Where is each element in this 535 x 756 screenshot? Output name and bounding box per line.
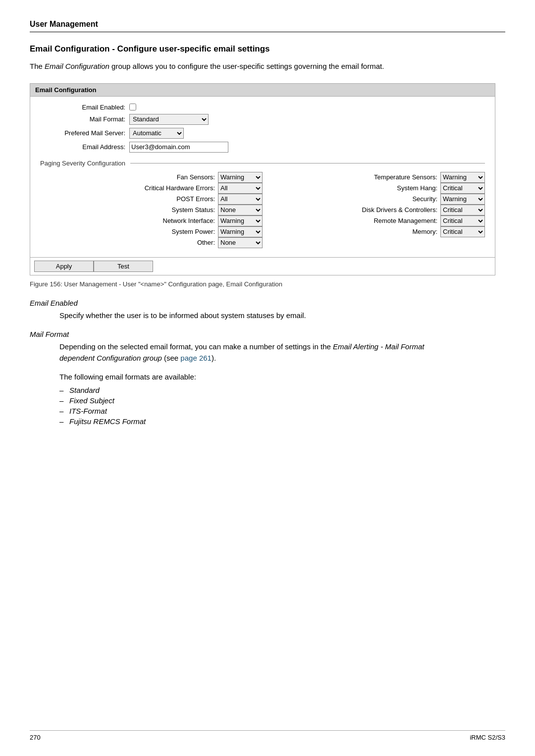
fan-sensors-label: Fan Sensors: — [139, 173, 218, 181]
preferred-mail-server-row: Prefered Mail Server: Automatic — [40, 128, 485, 139]
page-261-link[interactable]: page 261 — [180, 354, 212, 362]
preferred-mail-server-label: Prefered Mail Server: — [40, 129, 129, 137]
mail-format-select[interactable]: Standard Fixed Subject ITS-Format Fujits… — [129, 114, 209, 125]
intro-text-part2: group allows you to configure the user-s… — [109, 62, 384, 70]
post-errors-select[interactable]: AllNoneWarningCritical — [218, 194, 263, 205]
fan-sensors-row: Fan Sensors: WarningNoneAllCritical — [40, 172, 263, 183]
system-status-row: System Status: NoneAllWarningCritical — [40, 205, 263, 216]
apply-button[interactable]: Apply — [34, 261, 94, 272]
post-errors-label: POST Errors: — [139, 195, 218, 203]
post-errors-row: POST Errors: AllNoneWarningCritical — [40, 194, 263, 205]
disk-drivers-row: Disk Drivers & Controllers: CriticalNone… — [263, 205, 485, 216]
mail-format-label: Mail Format: — [40, 115, 129, 123]
intro-text: The Email Configuration group allows you… — [30, 61, 436, 72]
system-hang-row: System Hang: CriticalNoneAllWarning — [263, 183, 485, 194]
paging-divider-line — [130, 163, 485, 163]
page-header: User Management — [30, 20, 505, 32]
format-standard: Standard — [69, 386, 505, 394]
format-list: Standard Fixed Subject ITS-Format Fujits… — [30, 386, 505, 426]
mail-format-section: Mail Format Depending on the selected em… — [30, 330, 446, 364]
system-power-row: System Power: WarningNoneAllCritical — [40, 226, 263, 237]
format-fujitsu-remcs: Fujitsu REMCS Format — [69, 417, 505, 426]
network-interface-label: Network Interface: — [139, 217, 218, 224]
test-button[interactable]: Test — [94, 261, 153, 272]
system-power-label: System Power: — [139, 228, 218, 235]
other-row: Other: NoneAllWarningCritical — [40, 237, 263, 248]
security-label: Security: — [361, 195, 440, 203]
button-row: Apply Test — [30, 257, 495, 275]
email-enabled-checkbox[interactable] — [129, 104, 136, 110]
email-enabled-row: Email Enabled: — [40, 104, 485, 111]
other-select[interactable]: NoneAllWarningCritical — [218, 237, 263, 248]
email-enabled-section-title-text: Email Enabled — [30, 299, 78, 307]
preferred-mail-server-select[interactable]: Automatic — [129, 128, 184, 139]
severity-grid: Fan Sensors: WarningNoneAllCritical Crit… — [40, 172, 485, 248]
disk-drivers-label: Disk Drivers & Controllers: — [361, 206, 440, 214]
email-address-input[interactable] — [129, 142, 228, 153]
footer-page-number: 270 — [30, 734, 41, 741]
format-its-format: ITS-Format — [69, 407, 505, 415]
critical-hw-errors-select[interactable]: AllNoneWarningCritical — [218, 183, 263, 194]
box-body: Email Enabled: Mail Format: Standard Fix… — [30, 97, 495, 257]
network-interface-row: Network Interface: WarningNoneAllCritica… — [40, 216, 263, 226]
memory-row: Memory: CriticalNoneAllWarning — [263, 226, 485, 237]
email-enabled-section-text: Specify whether the user is to be inform… — [30, 310, 446, 322]
remote-mgmt-label: Remote Management: — [361, 217, 440, 224]
remote-mgmt-select[interactable]: CriticalNoneAllWarning — [440, 216, 485, 226]
email-enabled-section: Email Enabled Specify whether the user i… — [30, 299, 446, 322]
email-address-row: Email Address: — [40, 142, 485, 153]
system-hang-label: System Hang: — [361, 184, 440, 192]
paging-severity-title: Paging Severity Configuration — [40, 160, 130, 167]
critical-hw-errors-row: Critical Hardware Errors: AllNoneWarning… — [40, 183, 263, 194]
mail-format-text-part1: Depending on the selected email format, … — [59, 342, 333, 351]
severity-right-col: Temperature Sensors: WarningNoneAllCriti… — [263, 172, 485, 248]
memory-select[interactable]: CriticalNoneAllWarning — [440, 226, 485, 237]
severity-left-col: Fan Sensors: WarningNoneAllCritical Crit… — [40, 172, 263, 248]
page-footer: 270 iRMC S2/S3 — [30, 730, 505, 741]
mail-format-section-title: Mail Format — [30, 330, 446, 338]
security-row: Security: WarningNoneAllCritical — [263, 194, 485, 205]
paging-severity-section: Paging Severity Configuration Fan Sensor… — [40, 160, 485, 248]
security-select[interactable]: WarningNoneAllCritical — [440, 194, 485, 205]
system-status-label: System Status: — [139, 206, 218, 214]
section-title: Email Configuration - Configure user-spe… — [30, 44, 505, 54]
mail-format-row: Mail Format: Standard Fixed Subject ITS-… — [40, 114, 485, 125]
page-header-title: User Management — [30, 20, 505, 29]
mail-format-section-title-text: Mail Format — [30, 330, 69, 338]
paging-divider: Paging Severity Configuration — [40, 160, 485, 167]
email-enabled-section-title: Email Enabled — [30, 299, 446, 307]
email-config-box: Email Configuration Email Enabled: Mail … — [30, 83, 495, 275]
other-label: Other: — [139, 239, 218, 246]
email-enabled-label: Email Enabled: — [40, 104, 129, 111]
intro-text-italic: Email Configuration — [45, 62, 109, 70]
format-fixed-subject: Fixed Subject — [69, 396, 505, 405]
mail-format-text-part2: (see — [162, 354, 181, 362]
intro-text-part1: The — [30, 62, 45, 70]
disk-drivers-select[interactable]: CriticalNoneAllWarning — [440, 205, 485, 216]
critical-hw-errors-label: Critical Hardware Errors: — [139, 184, 218, 192]
temp-sensors-select[interactable]: WarningNoneAllCritical — [440, 172, 485, 183]
memory-label: Memory: — [361, 228, 440, 235]
system-status-select[interactable]: NoneAllWarningCritical — [218, 205, 263, 216]
remote-mgmt-row: Remote Management: CriticalNoneAllWarnin… — [263, 216, 485, 226]
formats-intro: The following email formats are availabl… — [30, 373, 505, 381]
network-interface-select[interactable]: WarningNoneAllCritical — [218, 216, 263, 226]
fan-sensors-select[interactable]: WarningNoneAllCritical — [218, 172, 263, 183]
temp-sensors-label: Temperature Sensors: — [361, 173, 440, 181]
mail-format-text-part3: ). — [212, 354, 216, 362]
box-header: Email Configuration — [30, 84, 495, 97]
temp-sensors-row: Temperature Sensors: WarningNoneAllCriti… — [263, 172, 485, 183]
figure-caption: Figure 156: User Management - User "<nam… — [30, 280, 505, 288]
mail-format-section-text: Depending on the selected email format, … — [30, 341, 446, 364]
system-power-select[interactable]: WarningNoneAllCritical — [218, 226, 263, 237]
system-hang-select[interactable]: CriticalNoneAllWarning — [440, 183, 485, 194]
footer-product: iRMC S2/S3 — [470, 734, 505, 741]
email-address-label: Email Address: — [40, 143, 129, 151]
